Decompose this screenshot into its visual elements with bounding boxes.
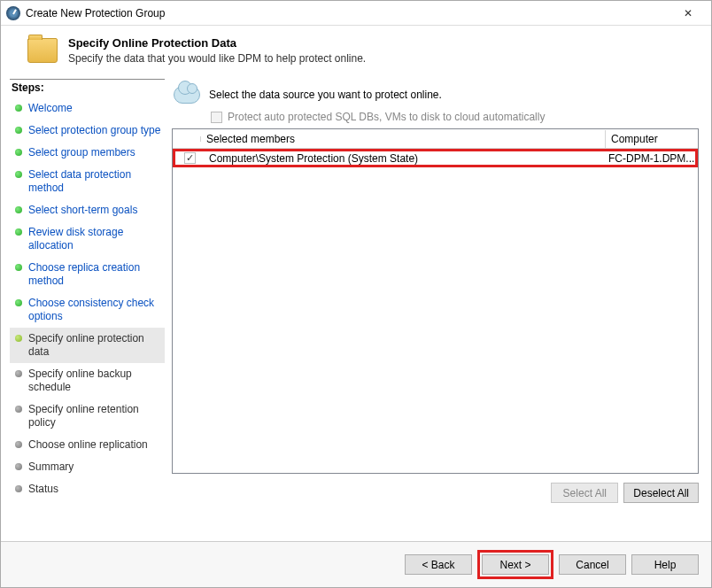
- main-panel: Select the data source you want to prote…: [165, 79, 702, 541]
- table-row[interactable]: Computer\System Protection (System State…: [173, 149, 698, 167]
- members-table: Selected members Computer Computer\Syste…: [172, 128, 699, 474]
- step-13: Status: [10, 478, 165, 500]
- step-label: Select data protection method: [28, 168, 161, 195]
- step-label: Welcome: [28, 102, 73, 115]
- col-computer: Computer: [606, 130, 698, 148]
- back-button[interactable]: < Back: [405, 554, 472, 575]
- row-computer: FC-DPM-1.DPM...: [603, 151, 695, 166]
- step-bullet-icon: [15, 335, 22, 342]
- step-bullet-icon: [15, 149, 22, 156]
- step-label: Specify online backup schedule: [28, 368, 161, 394]
- cloud-icon: [174, 86, 200, 104]
- folder-icon: [27, 38, 58, 63]
- step-bullet-icon: [15, 299, 22, 306]
- instruction-text: Select the data source you want to prote…: [209, 89, 442, 101]
- step-label: Status: [28, 483, 58, 496]
- step-11: Choose online replication: [10, 434, 165, 456]
- step-3[interactable]: Select data protection method: [10, 164, 165, 199]
- step-bullet-icon: [15, 127, 22, 134]
- window-title: Create New Protection Group: [26, 7, 670, 19]
- step-bullet-icon: [15, 370, 22, 377]
- step-bullet-icon: [15, 441, 22, 448]
- step-label: Specify online retention policy: [28, 403, 161, 429]
- wizard-header: Specify Online Protection Data Specify t…: [1, 26, 711, 75]
- step-bullet-icon: [15, 406, 22, 413]
- step-1[interactable]: Select protection group type: [10, 120, 165, 142]
- step-bullet-icon: [15, 104, 22, 112]
- select-all-button[interactable]: Select All: [551, 483, 618, 503]
- next-button[interactable]: Next >: [482, 554, 549, 575]
- step-2[interactable]: Select group members: [10, 142, 165, 164]
- step-label: Specify online protection data: [28, 332, 161, 359]
- auto-protect-label: Protect auto protected SQL DBs, VMs to d…: [228, 111, 545, 123]
- step-9: Specify online backup schedule: [10, 363, 165, 398]
- next-highlight: Next >: [477, 550, 553, 579]
- step-bullet-icon: [15, 228, 22, 236]
- step-label: Summary: [28, 460, 74, 474]
- step-label: Choose replica creation method: [28, 261, 161, 288]
- step-label: Select short-term goals: [28, 204, 137, 217]
- app-icon: [6, 6, 20, 20]
- step-6[interactable]: Choose replica creation method: [10, 257, 165, 292]
- step-bullet-icon: [15, 206, 22, 213]
- auto-protect-checkbox: [211, 112, 222, 123]
- step-label: Select group members: [28, 146, 135, 159]
- step-bullet-icon: [15, 264, 22, 271]
- cancel-button[interactable]: Cancel: [559, 554, 626, 575]
- help-button[interactable]: Help: [631, 554, 699, 575]
- row-member: Computer\System Protection (System State…: [204, 151, 603, 166]
- step-bullet-icon: [15, 485, 22, 492]
- step-bullet-icon: [15, 463, 22, 470]
- step-label: Choose consistency check options: [28, 297, 161, 323]
- page-title: Specify Online Protection Data: [68, 36, 366, 50]
- step-5[interactable]: Review disk storage allocation: [10, 221, 165, 257]
- col-selected-members: Selected members: [201, 130, 606, 148]
- step-7[interactable]: Choose consistency check options: [10, 292, 165, 328]
- wizard-footer: < Back Next > Cancel Help: [1, 541, 711, 587]
- wizard-steps: Steps: WelcomeSelect protection group ty…: [10, 79, 165, 541]
- step-12: Summary: [10, 456, 165, 478]
- step-label: Choose online replication: [28, 438, 148, 452]
- page-subtitle: Specify the data that you would like DPM…: [68, 52, 366, 65]
- step-label: Review disk storage allocation: [28, 226, 161, 252]
- step-bullet-icon: [15, 171, 22, 178]
- step-label: Select protection group type: [28, 124, 160, 137]
- step-4[interactable]: Select short-term goals: [10, 199, 165, 221]
- titlebar: Create New Protection Group ✕: [1, 1, 711, 26]
- deselect-all-button[interactable]: Deselect All: [623, 483, 699, 503]
- step-8: Specify online protection data: [10, 328, 165, 363]
- col-checkbox: [173, 136, 201, 142]
- step-10: Specify online retention policy: [10, 398, 165, 434]
- close-icon: ✕: [684, 7, 693, 19]
- steps-heading: Steps:: [10, 81, 165, 94]
- close-button[interactable]: ✕: [670, 2, 706, 25]
- row-checkbox[interactable]: [184, 152, 196, 164]
- step-0[interactable]: Welcome: [10, 97, 165, 120]
